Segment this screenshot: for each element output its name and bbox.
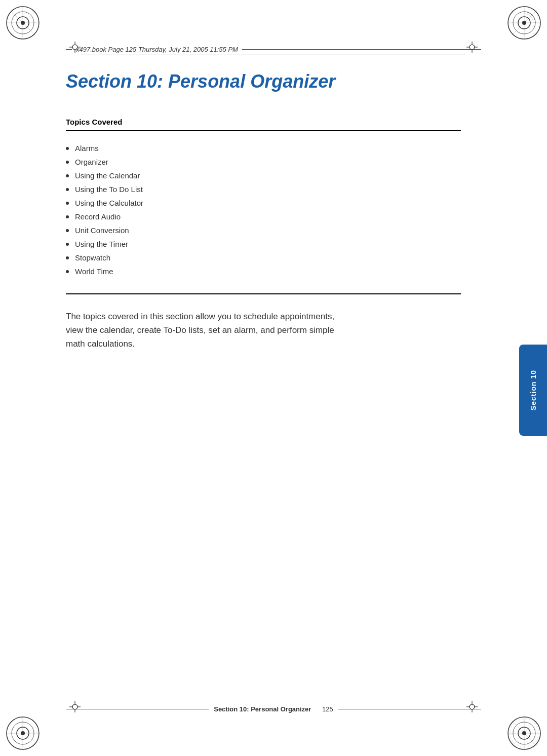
topic-alarms: Alarms <box>75 144 99 153</box>
corner-decoration-tl <box>5 5 41 41</box>
topics-section: Topics Covered Alarms Organizer Using th… <box>66 118 461 278</box>
header-bar: x497.book Page 125 Thursday, July 21, 20… <box>66 46 481 53</box>
topic-world-time: World Time <box>75 267 113 276</box>
footer-line-right <box>338 709 481 709</box>
topic-stopwatch: Stopwatch <box>75 253 110 262</box>
section-tab-label: Section 10 <box>529 370 537 410</box>
list-item: Stopwatch <box>66 251 461 264</box>
bullet-icon <box>66 256 69 259</box>
list-item: Organizer <box>66 155 461 169</box>
bullet-icon <box>66 270 69 273</box>
corner-decoration-bl <box>5 715 41 751</box>
topic-todo: Using the To Do List <box>75 185 143 194</box>
section-tab: Section 10 <box>519 345 547 436</box>
bullet-icon <box>66 147 69 150</box>
list-item: Using the To Do List <box>66 182 461 196</box>
list-item: Unit Conversion <box>66 223 461 237</box>
bullet-icon <box>66 161 69 164</box>
list-item: Using the Calendar <box>66 169 461 182</box>
topics-list: Alarms Organizer Using the Calendar Usin… <box>66 141 461 278</box>
bullet-icon <box>66 229 69 232</box>
topic-unit-conversion: Unit Conversion <box>75 226 129 235</box>
footer: Section 10: Personal Organizer 125 <box>66 705 481 713</box>
list-item: Record Audio <box>66 210 461 223</box>
bullet-icon <box>66 243 69 246</box>
bullet-icon <box>66 202 69 205</box>
description-text: The topics covered in this section allow… <box>66 310 339 351</box>
topic-timer: Using the Timer <box>75 240 128 248</box>
list-item: World Time <box>66 264 461 278</box>
bottom-divider <box>66 293 461 294</box>
corner-decoration-tr <box>506 5 542 41</box>
main-content: Section 10: Personal Organizer Topics Co… <box>66 71 461 695</box>
section-title: Section 10: Personal Organizer <box>66 71 461 92</box>
header-meta-text: x497.book Page 125 Thursday, July 21, 20… <box>76 46 238 53</box>
footer-text: Section 10: Personal Organizer 125 <box>214 705 333 713</box>
list-item: Using the Timer <box>66 237 461 251</box>
bullet-icon <box>66 174 69 177</box>
footer-line-left <box>66 709 209 709</box>
corner-decoration-br <box>506 715 542 751</box>
footer-page-number: 125 <box>322 705 333 713</box>
list-item: Using the Calculator <box>66 196 461 210</box>
topics-header: Topics Covered <box>66 118 461 131</box>
footer-section-label: Section 10: Personal Organizer <box>214 705 311 713</box>
bullet-icon <box>66 188 69 191</box>
bullet-icon <box>66 215 69 218</box>
topic-calendar: Using the Calendar <box>75 171 140 180</box>
header-rule <box>81 55 466 55</box>
list-item: Alarms <box>66 141 461 155</box>
topic-record-audio: Record Audio <box>75 212 121 221</box>
topic-calculator: Using the Calculator <box>75 199 143 207</box>
topic-organizer: Organizer <box>75 158 108 166</box>
